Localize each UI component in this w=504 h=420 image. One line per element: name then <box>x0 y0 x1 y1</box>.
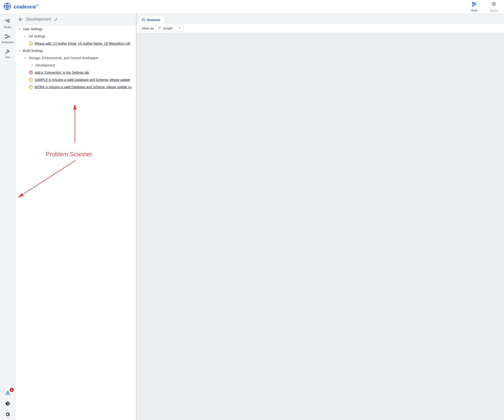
chevron-down-icon <box>178 26 181 30</box>
topbar-actions: Build Deploy <box>471 1 498 12</box>
workspace: Browser View as Graph <box>137 14 504 420</box>
warning-icon: ! <box>29 42 33 45</box>
settings-button[interactable] <box>5 412 11 417</box>
workspace-tabstrip: Browser <box>137 14 504 23</box>
wrench-icon <box>5 49 11 55</box>
tree-sample-issue[interactable]: ! SAMPLE is missing a valid Database and… <box>15 76 136 83</box>
deploy-label: Deploy <box>490 9 498 12</box>
brand-logo-icon <box>3 2 11 11</box>
problem-tree: User Settings Git Settings ! Please add:… <box>15 25 136 420</box>
tree-build-settings-label: Build Settings <box>23 49 43 53</box>
rail-bottom: 4 <box>0 390 15 417</box>
tab-browser-label: Browser <box>147 18 160 22</box>
rail-item-nodes[interactable]: Nodes <box>4 19 12 29</box>
workspace-canvas[interactable] <box>137 33 504 420</box>
svg-point-12 <box>159 28 159 29</box>
tree-work-issue-label: WORK is missing a valid Database and Sch… <box>35 85 132 89</box>
tree-work-issue[interactable]: ! WORK is missing a valid Database and S… <box>15 83 136 90</box>
rail-nodes-label: Nodes <box>4 26 12 29</box>
warning-icon: ! <box>29 78 33 82</box>
back-icon[interactable] <box>17 17 23 22</box>
explorer-header: Development <box>15 14 136 25</box>
svg-point-11 <box>159 27 159 27</box>
viewas-select[interactable]: Graph <box>156 25 184 31</box>
problem-scanner-button[interactable]: 4 <box>5 390 11 396</box>
home-icon <box>142 18 145 22</box>
tree-development-label: Development <box>36 63 55 67</box>
tree-git-settings[interactable]: Git Settings <box>15 33 136 40</box>
brand-name: coalesce® <box>14 4 38 10</box>
tree-user-settings[interactable]: User Settings <box>15 25 136 33</box>
tab-browser[interactable]: Browser <box>139 16 164 23</box>
tree-conn-issue-label: Add a 'Connection' in the Settings tab <box>35 71 89 74</box>
svg-rect-1 <box>5 20 7 21</box>
deploy-icon <box>491 1 497 8</box>
deploy-tab[interactable]: Deploy <box>490 1 498 12</box>
svg-rect-8 <box>7 394 8 395</box>
viewas-value: Graph <box>163 26 173 30</box>
viewas-label: View as <box>139 25 156 31</box>
rail-subgraphs-label: Subgraphs <box>1 41 14 43</box>
rail-jobs-label: Jobs <box>5 56 10 59</box>
left-rail: Nodes Subgraphs Jobs <box>0 14 15 420</box>
explorer-panel: Development User Settings Git Settings !… <box>15 14 137 420</box>
svg-rect-2 <box>8 19 10 20</box>
brand: coalesce® <box>3 2 38 11</box>
workspace-toolbar: View as Graph <box>137 23 504 33</box>
topbar: coalesce® Build Deploy <box>0 0 504 14</box>
build-tab[interactable]: Build <box>471 1 478 12</box>
shell: Nodes Subgraphs Jobs <box>0 14 504 420</box>
branch-icon <box>158 26 162 30</box>
svg-rect-4 <box>5 35 7 35</box>
svg-rect-5 <box>5 37 7 38</box>
svg-rect-3 <box>8 21 10 22</box>
svg-rect-6 <box>9 36 10 37</box>
subgraphs-icon <box>5 34 11 40</box>
problem-count-badge: 4 <box>10 388 14 392</box>
tree-storage-env[interactable]: Storage, Environments, and Current Works… <box>15 54 136 61</box>
tree-development[interactable]: Development <box>15 61 136 69</box>
tree-git-settings-label: Git Settings <box>29 34 45 38</box>
git-button[interactable] <box>5 401 11 406</box>
tree-user-settings-label: User Settings <box>23 27 42 31</box>
tools-icon <box>471 1 477 8</box>
tree-build-settings[interactable]: Build Settings <box>15 47 136 54</box>
svg-point-0 <box>4 3 11 10</box>
nodes-icon <box>5 19 10 25</box>
tree-conn-issue[interactable]: ✕ Add a 'Connection' in the Settings tab <box>15 69 136 76</box>
explorer-title: Development <box>26 17 51 22</box>
tree-storage-env-label: Storage, Environments, and Current Works… <box>29 56 98 60</box>
tree-git-issue[interactable]: ! Please add: (1) Author Email, (2) Auth… <box>15 40 136 47</box>
build-label: Build <box>471 9 478 12</box>
tree-sample-issue-label: SAMPLE is missing a valid Database and S… <box>35 78 130 82</box>
warning-icon: ! <box>29 85 33 89</box>
error-icon: ✕ <box>29 71 33 74</box>
rail-item-subgraphs[interactable]: Subgraphs <box>1 34 14 43</box>
rail-item-jobs[interactable]: Jobs <box>5 49 11 59</box>
tree-git-issue-label: Please add: (1) Author Email, (2) Author… <box>35 42 130 45</box>
edit-icon[interactable] <box>54 18 58 21</box>
svg-rect-7 <box>7 393 8 394</box>
